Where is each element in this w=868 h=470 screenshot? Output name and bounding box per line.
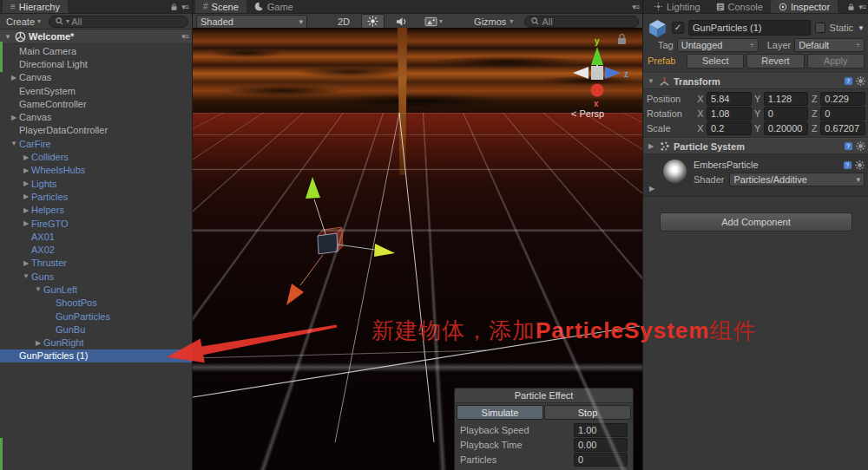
scale-x-field[interactable]: 0.2	[707, 121, 752, 135]
persp-label[interactable]: < Persp	[571, 108, 604, 119]
particles-count-field[interactable]: 0	[574, 453, 628, 467]
move-gizmo-y-arrow[interactable]	[306, 177, 320, 199]
hierarchy-item-gamecontroller[interactable]: GameController	[0, 97, 192, 110]
foldout-collapsed-icon[interactable]: ▶	[648, 185, 656, 193]
tab-scene[interactable]: # Scene	[195, 0, 247, 13]
hierarchy-item-particles[interactable]: ▶Particles	[0, 190, 192, 203]
foldout-collapsed-icon[interactable]: ▶	[21, 206, 31, 214]
tab-console[interactable]: Console	[708, 0, 771, 13]
hierarchy-item-carfire[interactable]: ▼CarFire	[0, 137, 192, 150]
tab-game[interactable]: Game	[247, 0, 301, 13]
panel-menu-icon[interactable]: ▾≡	[632, 3, 639, 11]
hierarchy-item-colliders[interactable]: ▶Colliders	[0, 150, 192, 163]
foldout-collapsed-icon[interactable]: ▶	[9, 74, 19, 82]
hierarchy-item-playerdatacontroller[interactable]: PlayerDataController	[0, 124, 192, 137]
scene-header-row[interactable]: ▼ Welcome* ▾≡	[0, 29, 192, 44]
static-dropdown-icon[interactable]: ▼	[858, 24, 865, 32]
axis-z-cone[interactable]	[605, 67, 621, 79]
foldout-expanded-icon[interactable]: ▼	[3, 33, 12, 41]
hierarchy-item-thruster[interactable]: ▶Thruster	[0, 257, 192, 270]
playback-speed-field[interactable]: 1.00	[574, 423, 628, 437]
transform-header[interactable]: ▼ Transform ?	[643, 73, 868, 89]
panel-menu-icon[interactable]: ▾≡	[181, 3, 188, 11]
panel-menu-icon[interactable]: ▾≡	[858, 3, 865, 11]
hierarchy-item-gunbu[interactable]: GunBu	[0, 323, 192, 336]
hierarchy-item-firegto[interactable]: ▶FireGTO	[0, 217, 192, 230]
rotation-y-field[interactable]: 0	[764, 107, 809, 121]
gear-icon[interactable]	[856, 76, 865, 86]
active-checkbox[interactable]: ✓	[672, 22, 684, 34]
hierarchy-item-helpers[interactable]: ▶Helpers	[0, 204, 192, 217]
hierarchy-item-gunright[interactable]: ▶GunRight	[0, 336, 192, 349]
scene-menu-icon[interactable]: ▾≡	[181, 32, 188, 41]
foldout-expanded-icon[interactable]: ▼	[647, 77, 655, 85]
particle-system-header[interactable]: ▶ Particle System ?	[643, 138, 868, 154]
move-gizmo-x-arrow[interactable]	[374, 244, 395, 257]
hierarchy-item-wheelshubs[interactable]: ▶WheelsHubs	[0, 164, 192, 177]
lock-icon[interactable]	[847, 3, 855, 11]
scene-viewport[interactable]: y z x < Persp Particle Effect Simulate S…	[193, 28, 642, 470]
scale-y-field[interactable]: 0.20000	[764, 121, 809, 135]
draw-mode-dropdown[interactable]: Shaded ▾	[196, 15, 307, 29]
scene-audio-button[interactable]	[390, 14, 413, 29]
selected-cube[interactable]	[318, 227, 343, 254]
hierarchy-item-gunparticles-1[interactable]: GunParticles (1)	[0, 349, 192, 362]
toggle-2d-button[interactable]: 2D	[332, 14, 356, 29]
hierarchy-item-gunleft[interactable]: ▼GunLeft	[0, 283, 192, 296]
hierarchy-search-input[interactable]: ▾ All	[49, 16, 188, 28]
prefab-revert-button[interactable]: Revert	[746, 54, 804, 69]
reference-doc-icon[interactable]: ?	[844, 76, 853, 86]
hierarchy-item-gunparticles[interactable]: GunParticles	[0, 310, 192, 323]
foldout-expanded-icon[interactable]: ▼	[33, 285, 43, 293]
prefab-apply-button[interactable]: Apply	[807, 54, 865, 69]
create-button[interactable]: Create ▾	[3, 14, 43, 29]
shader-dropdown[interactable]: Particles/Additive ▾	[729, 173, 865, 186]
playback-time-field[interactable]: 0.00	[574, 438, 628, 452]
foldout-expanded-icon[interactable]: ▼	[9, 140, 19, 147]
stop-button[interactable]: Stop	[544, 405, 631, 420]
move-gizmo-z-arrow[interactable]	[286, 284, 304, 305]
scene-effects-button[interactable]: ▾	[418, 14, 449, 29]
position-z-field[interactable]: 0.229	[820, 92, 865, 106]
foldout-collapsed-icon[interactable]: ▶	[21, 259, 31, 267]
hierarchy-item-main-camera[interactable]: Main Camera	[0, 44, 192, 57]
simulate-button[interactable]: Simulate	[457, 405, 543, 420]
gear-icon[interactable]	[855, 160, 865, 170]
object-name-field[interactable]: GunParticles (1)	[688, 20, 811, 36]
gizmos-dropdown[interactable]: Gizmos ▾	[468, 14, 519, 29]
axis-y-cone[interactable]	[591, 47, 603, 65]
hierarchy-item-canvas[interactable]: ▶Canvas	[0, 110, 192, 123]
hierarchy-item-shootpos[interactable]: ShootPos	[0, 297, 192, 310]
hierarchy-item-directional-light[interactable]: Directional Light	[0, 57, 192, 70]
orientation-gizmo[interactable]: y z x < Persp	[571, 36, 628, 119]
position-x-field[interactable]: 5.84	[707, 92, 752, 106]
gizmo-center-cube[interactable]	[591, 66, 603, 80]
reference-doc-icon[interactable]: ?	[843, 160, 852, 170]
hierarchy-item-ax01[interactable]: AX01	[0, 230, 192, 243]
foldout-collapsed-icon[interactable]: ▶	[647, 142, 655, 150]
axis-x-sphere[interactable]	[591, 84, 604, 97]
foldout-collapsed-icon[interactable]: ▶	[33, 339, 43, 347]
tab-lighting[interactable]: Lighting	[646, 0, 708, 13]
foldout-collapsed-icon[interactable]: ▶	[21, 153, 31, 161]
add-component-button[interactable]: Add Component	[660, 212, 852, 232]
hierarchy-item-guns[interactable]: ▼Guns	[0, 270, 192, 283]
gear-icon[interactable]	[856, 141, 865, 151]
foldout-collapsed-icon[interactable]: ▶	[21, 180, 31, 187]
foldout-collapsed-icon[interactable]: ▶	[21, 166, 31, 174]
foldout-collapsed-icon[interactable]: ▶	[9, 114, 19, 121]
lock-icon[interactable]	[170, 3, 178, 11]
hierarchy-item-lights[interactable]: ▶Lights	[0, 177, 192, 190]
hierarchy-item-canvas[interactable]: ▶Canvas	[0, 71, 192, 84]
tab-inspector[interactable]: Inspector	[771, 0, 838, 13]
axis-back-cone[interactable]	[573, 67, 589, 79]
tab-hierarchy[interactable]: ≡ Hierarchy	[3, 0, 68, 13]
rotation-z-field[interactable]: 0	[820, 107, 865, 121]
prefab-select-button[interactable]: Select	[687, 54, 744, 69]
tag-dropdown[interactable]: Untagged ÷	[677, 38, 759, 52]
scene-lighting-button[interactable]	[361, 14, 385, 29]
position-y-field[interactable]: 1.128	[764, 92, 809, 106]
reference-doc-icon[interactable]: ?	[844, 141, 853, 151]
foldout-expanded-icon[interactable]: ▼	[21, 272, 31, 280]
foldout-collapsed-icon[interactable]: ▶	[21, 219, 31, 227]
